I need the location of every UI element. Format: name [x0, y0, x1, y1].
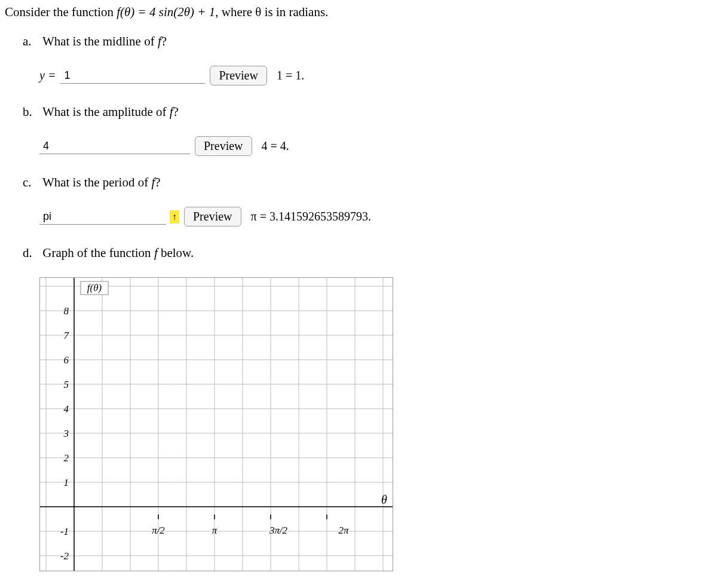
part-c-result: π = 3.141592653589793. — [251, 210, 371, 223]
svg-text:2π: 2π — [338, 525, 349, 536]
problem-intro: Consider the function f(θ) = 4 sin(2θ) +… — [5, 5, 717, 20]
intro-function: f(θ) = 4 sin(2θ) + 1 — [117, 5, 215, 19]
svg-text:3π/2: 3π/2 — [269, 525, 288, 536]
svg-text:-2: -2 — [60, 550, 69, 562]
part-c-label: c. — [23, 175, 39, 190]
function-graph[interactable]: 8 7 6 5 4 3 2 1 -1 -2 π/2 π 3π/2 2π f(θ)… — [39, 277, 393, 571]
part-d: d. Graph of the function f below. — [23, 246, 717, 261]
part-a-result: 1 = 1. — [277, 69, 304, 82]
part-a-question: What is the midline of f? — [42, 34, 167, 48]
part-c: c. What is the period of f? — [23, 175, 717, 190]
svg-text:3: 3 — [63, 428, 69, 439]
part-c-answer-row: ↑ Preview π = 3.141592653589793. — [39, 207, 717, 226]
graph-container: 8 7 6 5 4 3 2 1 -1 -2 π/2 π 3π/2 2π f(θ)… — [39, 277, 717, 575]
svg-text:1: 1 — [64, 477, 69, 488]
svg-text:π: π — [212, 525, 217, 536]
part-a: a. What is the midline of f? — [23, 34, 717, 49]
part-a-answer-row: y = Preview 1 = 1. — [39, 66, 717, 85]
svg-text:2: 2 — [64, 452, 69, 464]
midline-input[interactable] — [60, 68, 205, 84]
svg-text:6: 6 — [64, 354, 69, 366]
part-b-label: b. — [23, 105, 39, 120]
part-c-question: What is the period of f? — [42, 175, 161, 189]
part-b: b. What is the amplitude of f? — [23, 105, 717, 120]
part-b-result: 4 = 4. — [262, 139, 289, 153]
part-a-label: a. — [23, 34, 39, 49]
svg-text:-1: -1 — [60, 526, 69, 537]
svg-text:π/2: π/2 — [152, 525, 165, 536]
cursor-up-icon: ↑ — [170, 210, 179, 223]
preview-button-b[interactable]: Preview — [195, 136, 252, 156]
svg-text:4: 4 — [64, 403, 69, 415]
preview-button-c[interactable]: Preview — [184, 207, 241, 226]
svg-text:8: 8 — [64, 305, 69, 317]
intro-text-after: , where θ is in radians. — [215, 5, 328, 19]
part-d-label: d. — [23, 246, 39, 261]
preview-button-a[interactable]: Preview — [210, 66, 267, 85]
x-tick-labels: π/2 π 3π/2 2π — [152, 514, 349, 536]
part-b-answer-row: Preview 4 = 4. — [39, 136, 717, 156]
intro-text-before: Consider the function — [5, 5, 117, 19]
amplitude-input[interactable] — [39, 139, 190, 154]
part-a-prefix: y = — [39, 69, 56, 82]
y-axis-label: f(θ) — [87, 282, 102, 293]
svg-text:5: 5 — [64, 379, 69, 390]
part-b-question: What is the amplitude of f? — [42, 105, 179, 119]
period-input[interactable] — [39, 209, 166, 225]
part-d-question: Graph of the function f below. — [42, 246, 194, 260]
x-axis-label: θ — [381, 493, 387, 506]
